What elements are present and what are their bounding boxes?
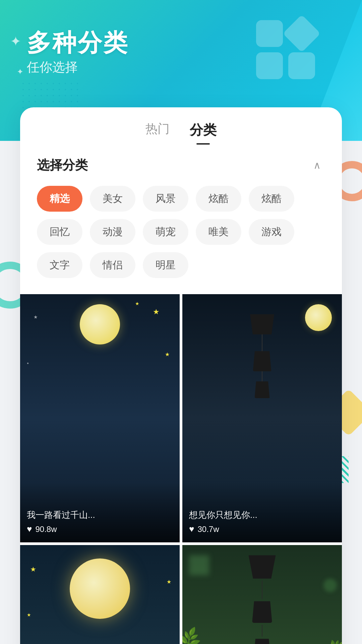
tag-chip-mingxing[interactable]: 明星 <box>143 252 188 278</box>
leaf-1: 🌿 <box>182 626 202 644</box>
video-card-2[interactable]: 想见你只想见你... ♥ 30.7w <box>182 294 342 542</box>
moon-card1 <box>80 304 120 344</box>
tab-category[interactable]: 分类 <box>190 121 217 143</box>
video-title-2: 想见你只想见你... <box>189 509 335 521</box>
moon-card2 <box>305 304 332 331</box>
deco-square-1 <box>256 20 283 47</box>
star-scatter-2: ● <box>27 361 29 365</box>
category-section: 选择分类 ∧ 精选 美女 风景 炫酷 炫酷 回忆 动漫 <box>20 143 342 288</box>
windchime-card4 <box>247 555 277 644</box>
star-card3-1: ★ <box>30 565 36 573</box>
tags-container: 精选 美女 风景 炫酷 炫酷 回忆 动漫 萌宠 <box>37 186 325 278</box>
hero-subtitle: 任你选择 <box>27 59 78 76</box>
sparkle-icon-1: ✦ <box>10 34 21 49</box>
tag-chip-jingxuan[interactable]: 精选 <box>37 186 82 212</box>
tag-chip-huiyi[interactable]: 回忆 <box>37 219 82 245</box>
leaf-2: 🌿 <box>326 637 342 644</box>
bokeh-1 <box>189 555 209 575</box>
video-card-3[interactable]: ★ ★ ★ 🐧 🐣 🌿 我曾拥有过你的... ♥ 45.6w <box>20 545 180 644</box>
tag-chip-dongman[interactable]: 动漫 <box>90 219 135 245</box>
star-card3-3: ★ <box>27 612 31 618</box>
heart-icon-1: ♥ <box>27 524 32 534</box>
likes-count-1: 90.8w <box>35 525 57 534</box>
deco-squares <box>256 20 315 79</box>
video-likes-1: ♥ 90.8w <box>27 524 173 534</box>
video-overlay-1: 我一路看过千山... ♥ 90.8w <box>20 483 180 543</box>
tag-chip-fengjing[interactable]: 风景 <box>143 186 188 212</box>
deco-diamond-1 <box>283 14 320 52</box>
tag-chip-xuanku-2[interactable]: 炫酷 <box>249 186 294 212</box>
tag-chip-mengchong[interactable]: 萌宠 <box>143 219 188 245</box>
bokeh-2 <box>323 579 337 592</box>
star-scatter-1: ★ <box>165 351 170 358</box>
star-deco-2: ★ <box>135 301 139 306</box>
deco-square-3 <box>288 52 315 79</box>
deco-square-2 <box>256 52 283 79</box>
star-deco-1: ★ <box>153 308 160 316</box>
tab-bar: 热门 分类 <box>20 107 342 143</box>
tag-chip-youxi[interactable]: 游戏 <box>249 219 294 245</box>
category-title: 选择分类 <box>37 157 88 174</box>
video-title-1: 我一路看过千山... <box>27 509 173 521</box>
tab-hot[interactable]: 热门 <box>145 121 170 143</box>
tag-chip-qinglv[interactable]: 情侣 <box>90 252 135 278</box>
star-card3-2: ★ <box>167 579 171 585</box>
video-overlay-2: 想见你只想见你... ♥ 30.7w <box>182 483 342 543</box>
hero-title: 多种分类 <box>27 27 129 59</box>
moon-card3 <box>70 558 130 619</box>
tag-chip-xuanku-1[interactable]: 炫酷 <box>196 186 241 212</box>
likes-count-2: 30.7w <box>197 525 219 534</box>
sparkle-icon-2: ✦ <box>17 67 23 76</box>
collapse-button[interactable]: ∧ <box>309 157 325 173</box>
windchime-card2 <box>249 314 276 398</box>
tag-chip-wenzi[interactable]: 文字 <box>37 252 82 278</box>
tag-chip-meinv[interactable]: 美女 <box>90 186 135 212</box>
video-likes-2: ♥ 30.7w <box>189 524 335 534</box>
category-header: 选择分类 ∧ <box>37 157 325 174</box>
heart-icon-2: ♥ <box>189 524 194 534</box>
video-card-4[interactable]: 🌿 🌿 冬天的风夏天的... ♥ 86.9w <box>182 545 342 644</box>
main-card: 热门 分类 选择分类 ∧ 精选 美女 风景 炫酷 炫酷 <box>20 107 342 644</box>
video-card-1[interactable]: ★ ★ ★ ★ ● 我一路看过千山... ♥ 90.8w <box>20 294 180 542</box>
tag-chip-weimei[interactable]: 唯美 <box>196 219 241 245</box>
video-grid: ★ ★ ★ ★ ● 我一路看过千山... ♥ 90.8w <box>20 291 342 644</box>
star-deco-3: ★ <box>34 314 38 320</box>
